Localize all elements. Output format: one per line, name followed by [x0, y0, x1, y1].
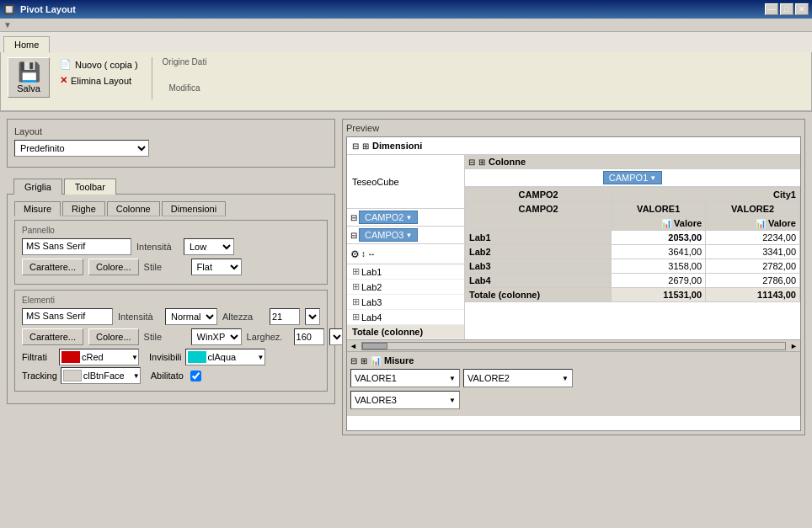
- lab2-expand-icon[interactable]: ⊞: [352, 281, 360, 292]
- lab3-label-row: ⊞ Lab3: [347, 295, 464, 310]
- campo3-collapse-icon[interactable]: ⊟: [350, 231, 357, 240]
- colonne-expand-icon[interactable]: ⊞: [478, 157, 485, 167]
- pivot-table: CAMPO2 City1 CAMPO2 VALORE1 VALORE2: [465, 187, 800, 302]
- valore2-arrow-icon[interactable]: ▼: [562, 375, 569, 382]
- pannello-carattere-button[interactable]: Carattere...: [22, 259, 83, 275]
- valore1-dropdown[interactable]: VALORE1 ▼: [350, 369, 460, 387]
- valore3-dropdown[interactable]: VALORE3 ▼: [350, 391, 460, 409]
- pannello-font-display: MS Sans Serif: [22, 238, 131, 255]
- pannello-colore-button[interactable]: Colore...: [88, 259, 139, 275]
- tracking-dropdown-arrow[interactable]: ▼: [133, 372, 140, 380]
- elimina-layout-button[interactable]: ✕ Elimina Layout: [56, 73, 142, 88]
- subtab-dimensioni[interactable]: Dimensioni: [162, 201, 226, 216]
- lab1-v1-cell: 2053,00: [612, 231, 706, 245]
- campo2-subheader: CAMPO2: [466, 202, 612, 216]
- tool-icon-2[interactable]: ↕: [361, 249, 366, 259]
- scroll-thumb[interactable]: [362, 343, 387, 349]
- table-row: Lab3 3158,00 2782,00: [466, 259, 800, 274]
- delete-icon: ✕: [60, 75, 67, 86]
- colonne-label: Colonne: [489, 157, 526, 167]
- misure-icon-1: ⊟: [350, 356, 357, 365]
- maximize-button[interactable]: □: [780, 3, 793, 15]
- elementi-altezza-input[interactable]: [270, 308, 300, 325]
- valore3-arrow-icon[interactable]: ▼: [449, 397, 456, 404]
- tracking-color-dropdown[interactable]: clBtnFace ▼: [61, 367, 141, 384]
- pannello-stile-select[interactable]: FlatRaisedLowered: [191, 259, 242, 275]
- elementi-altezza-arrow[interactable]: [305, 308, 320, 325]
- tab-griglia[interactable]: Griglia: [13, 179, 62, 195]
- salva-button[interactable]: 💾 Salva: [8, 57, 50, 98]
- minimize-button[interactable]: —: [765, 3, 778, 15]
- campo2-collapse-icon[interactable]: ⊟: [350, 213, 357, 222]
- misure-dropdowns-row: VALORE1 ▼ VALORE2 ▼: [350, 369, 797, 387]
- filtrati-color-dropdown[interactable]: cRed ▼: [59, 349, 139, 365]
- title-bar: 🔲 Pivot Layout — □ ✕: [0, 0, 812, 19]
- scroll-left-btn[interactable]: ◄: [347, 342, 360, 350]
- expand-icon[interactable]: ⊞: [362, 141, 369, 151]
- lab2-v2-cell: 3341,00: [706, 245, 800, 259]
- scrollbar-horizontal[interactable]: ◄ ►: [347, 339, 800, 351]
- lab3-v2-cell: 2782,00: [706, 259, 800, 274]
- campo3-arrow-icon: ▼: [405, 232, 412, 239]
- invisibili-color-dropdown[interactable]: clAqua ▼: [185, 349, 265, 365]
- elementi-carattere-button[interactable]: Carattere...: [22, 328, 83, 345]
- ribbon-section-labels: Origine Dati Modifica: [163, 57, 207, 93]
- lab4-label: Lab4: [361, 312, 382, 323]
- colonne-header-row: ⊟ ⊞ Colonne: [465, 155, 800, 169]
- elementi-intensita-select[interactable]: LowNormalBold: [165, 308, 217, 325]
- campo1-button[interactable]: CAMPO1 ▼: [603, 171, 662, 184]
- valore1-label: VALORE1: [355, 373, 449, 383]
- subtab-righe[interactable]: Righe: [62, 201, 105, 216]
- pannello-intensita-select[interactable]: LowNormalBold: [184, 238, 234, 255]
- lab4-expand-icon[interactable]: ⊞: [352, 312, 360, 323]
- misure-label: Misure: [384, 355, 414, 365]
- close-button[interactable]: ✕: [795, 3, 809, 15]
- valore2-dropdown[interactable]: VALORE2 ▼: [463, 369, 573, 387]
- nuovo-copia-button[interactable]: 📄 Nuovo ( copia ): [56, 57, 142, 72]
- abilitato-checkbox[interactable]: [190, 371, 201, 381]
- preview-title: Preview: [346, 123, 801, 133]
- layout-group: Layout Predefinito: [7, 119, 335, 168]
- lab2-label-row: ⊞ Lab2: [347, 280, 464, 295]
- valore1-arrow-icon[interactable]: ▼: [449, 375, 456, 382]
- filtrati-dropdown-arrow[interactable]: ▼: [131, 354, 138, 361]
- misure-icon-2: ⊞: [361, 356, 367, 365]
- totale-row: Totale (colonne) 11531,00 11143,00: [466, 288, 800, 302]
- lab1-expand-icon[interactable]: ⊞: [352, 266, 360, 277]
- pivot-data-panel: ⊟ ⊞ Colonne CAMPO1 ▼: [465, 155, 800, 339]
- tool-icon-3[interactable]: ↔: [367, 249, 376, 259]
- scroll-track[interactable]: [361, 342, 786, 350]
- tab-toolbar[interactable]: Toolbar: [64, 179, 116, 195]
- misure-title-row: ⊟ ⊞ 📊 Misure: [350, 355, 797, 365]
- pannello-title: Pannello: [22, 226, 320, 235]
- abilitato-label: Abilitato: [151, 371, 184, 381]
- lab3-expand-icon[interactable]: ⊞: [352, 296, 360, 307]
- collapse-icon[interactable]: ⊟: [352, 141, 359, 151]
- scroll-right-btn[interactable]: ►: [788, 342, 800, 350]
- tool-icon-1[interactable]: ⚙: [350, 248, 360, 260]
- campo1-arrow-icon: ▼: [649, 174, 656, 182]
- lab2-cell: Lab2: [466, 245, 612, 259]
- colonne-collapse-icon[interactable]: ⊟: [468, 157, 475, 167]
- elementi-stile-select[interactable]: WinXPFlat: [191, 328, 242, 345]
- tab-home[interactable]: Home: [3, 36, 50, 53]
- campo3-button[interactable]: CAMPO3 ▼: [359, 228, 418, 242]
- lab4-v2-cell: 2786,00: [706, 274, 800, 288]
- subtab-colonne[interactable]: Colonne: [107, 201, 160, 216]
- layout-select[interactable]: Predefinito: [14, 140, 149, 157]
- misure-bar: ⊟ ⊞ 📊 Misure VALORE1 ▼ VALORE2 ▼: [347, 351, 800, 416]
- elementi-larghezza-input[interactable]: [294, 328, 324, 345]
- save-icon: 💾: [18, 61, 40, 83]
- lab3-v1-cell: 3158,00: [612, 259, 706, 274]
- misure-dropdowns-row2: VALORE3 ▼: [350, 391, 797, 409]
- teseo-cube-label: TeseoCube: [352, 177, 399, 187]
- pannello-stile-label: Stile: [144, 262, 186, 272]
- elementi-colore-button[interactable]: Colore...: [88, 328, 139, 345]
- campo2-col-header: CAMPO2: [466, 188, 612, 202]
- subtab-misure[interactable]: Misure: [14, 201, 61, 216]
- filtrati-row: Filtrati cRed ▼ Invisibili clAqua ▼: [22, 349, 320, 365]
- ribbon-separator: [152, 57, 152, 99]
- right-panel: Preview ⊟ ⊞ Dimensioni TeseoCube: [342, 119, 805, 435]
- invisibili-dropdown-arrow[interactable]: ▼: [258, 354, 264, 361]
- campo2-button[interactable]: CAMPO2 ▼: [359, 211, 418, 224]
